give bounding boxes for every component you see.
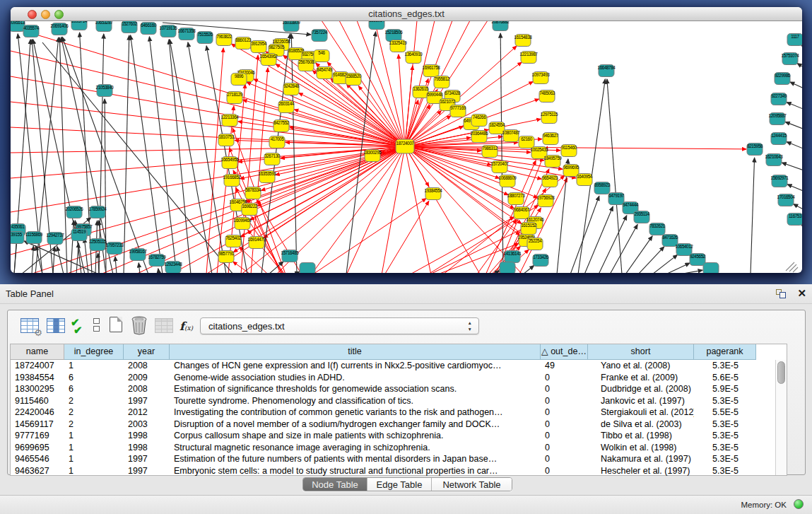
graph-node-label: 19975857	[75, 224, 93, 229]
table-browser-frame: ⚙ ✔✔	[7, 310, 806, 475]
graph-edge	[291, 34, 297, 273]
close-panel-icon[interactable]: ✕	[797, 287, 806, 300]
table-row[interactable]: 946362711997Embryonic stem cells: a mode…	[11, 465, 787, 477]
graph-node-label: 2095513	[11, 21, 25, 25]
function-builder-icon[interactable]: f(x)	[180, 320, 193, 333]
table-row[interactable]: 1938455462009Genome-wide association stu…	[11, 372, 787, 384]
table-row[interactable]: 911546021997Tourette syndrome. Phenomeno…	[11, 395, 787, 407]
cell-title: Embryonic stem cells: a model to study s…	[170, 465, 541, 477]
graph-node-label: 9777169	[450, 105, 466, 110]
graph-edge	[139, 263, 140, 273]
row-height-icon[interactable]	[93, 318, 100, 334]
delete-table-icon[interactable]	[131, 316, 148, 338]
graph-node-label: 1117	[791, 34, 799, 39]
column-header-in_degree[interactable]: in_degree	[64, 344, 124, 360]
graph-edge	[787, 103, 802, 112]
cell-out_de: 0	[541, 419, 588, 431]
cell-title: Investigating the contribution of common…	[170, 407, 541, 419]
graph-node-label: 10653287	[95, 21, 114, 25]
graph-node[interactable]	[703, 263, 719, 274]
cell-pagerank: 5.3E-5	[694, 465, 756, 477]
cell-year: 2009	[124, 372, 170, 384]
graph-node-label: 12213364	[221, 115, 240, 119]
cell-in_degree: 1	[64, 465, 124, 477]
graph-node-label: 11156869	[25, 232, 43, 237]
table-row[interactable]: 946554611997Estimation of the future num…	[11, 453, 787, 465]
column-header-short[interactable]: short	[588, 344, 694, 360]
tab-node-table[interactable]: Node Table	[303, 478, 367, 491]
table-row[interactable]: 1872400712008Changes of HCN gene express…	[11, 360, 787, 372]
graph-node-label: 2935114	[634, 211, 649, 216]
window-titlebar[interactable]: citations_edges.txt	[11, 7, 802, 21]
graph-node-label: 16648784	[598, 65, 616, 70]
table-settings-icon[interactable]: ⚙	[20, 318, 39, 333]
graph-node-label: 1588520	[346, 74, 362, 78]
table-row[interactable]: 969969511998Structural magnetic resonanc…	[11, 442, 787, 454]
graph-node-label: 20691406	[51, 23, 69, 28]
table-scrollbar[interactable]	[775, 360, 787, 475]
column-header-pagerank[interactable]: pagerank	[694, 344, 756, 360]
status-bar: Memory: OK	[0, 495, 812, 514]
table-selector-dropdown[interactable]: citations_edges.txt ▲▼	[200, 317, 479, 334]
cell-in_degree: 2	[64, 395, 124, 407]
graph-edge	[786, 262, 794, 271]
tab-edge-table[interactable]: Edge Table	[367, 478, 432, 491]
graph-edge	[789, 264, 796, 271]
graph-node-label: 16210643	[765, 154, 784, 159]
graph-node-label: 4035574	[23, 25, 40, 30]
cell-title: Structural magnetic resonance image aver…	[170, 442, 541, 454]
graph-node[interactable]	[300, 263, 315, 274]
graph-node-label: 16961758	[423, 65, 441, 70]
zoom-window-button[interactable]	[54, 10, 64, 19]
graph-edge	[801, 225, 802, 232]
cell-pagerank: 5.3E-5	[694, 442, 756, 454]
cell-year: 2012	[124, 407, 170, 419]
column-header-year[interactable]: year	[124, 344, 170, 360]
column-header-out_de[interactable]: △ out_de…	[541, 344, 588, 360]
graph-node-label: 5878334	[245, 187, 261, 192]
table-row[interactable]: 1456911722003Disruption of a novel membe…	[11, 419, 787, 431]
cell-short: Stergiakouli et al. (2012)	[588, 407, 694, 419]
graph-edge	[346, 84, 405, 146]
graph-edge	[584, 206, 613, 273]
graph-node-label: 15720407	[491, 161, 510, 166]
cell-out_de: 0	[541, 442, 588, 454]
cell-year: 1997	[124, 395, 170, 407]
tab-network-table[interactable]: Network Table	[432, 478, 512, 491]
float-panel-icon[interactable]	[776, 289, 787, 299]
graph-edge	[382, 146, 405, 273]
graph-node-label: 10688609	[499, 175, 517, 180]
graph-node-label: 1615152	[521, 223, 537, 228]
column-header-name[interactable]: name	[11, 344, 64, 360]
new-table-icon[interactable]	[110, 317, 122, 332]
graph-node[interactable]	[500, 262, 515, 274]
cell-name: 9463627	[11, 465, 64, 477]
graph-node-label: 19166852	[223, 175, 242, 180]
graph-node-label: 19958167	[129, 249, 148, 254]
graph-node-label: 8215958	[747, 144, 763, 148]
scrollbar-thumb[interactable]	[777, 361, 785, 384]
table-row[interactable]: 1830029562008Estimation of significance …	[11, 383, 787, 395]
graph-node-label: 9245652	[690, 254, 706, 259]
graph-edge	[610, 224, 637, 273]
graph-node-label: 15218506	[385, 30, 404, 35]
graph-node-label: 9684067	[514, 207, 530, 212]
graph-edge	[217, 106, 234, 273]
select-rows-icon[interactable]: ✔✔	[70, 318, 84, 335]
graph-node-label: 18495759	[544, 156, 563, 160]
column-chooser-icon[interactable]	[47, 318, 65, 333]
network-canvas[interactable]: 1872400720955134035574206914062093714106…	[11, 21, 802, 273]
column-header-title[interactable]: title	[170, 344, 541, 360]
graph-node-label: 3912954	[251, 41, 267, 46]
table-row[interactable]: 977716911998Corpus callosum shape and si…	[11, 430, 787, 442]
network-view-window[interactable]: citations_edges.txt 18724007209551340355…	[11, 7, 802, 273]
minimize-window-button[interactable]	[41, 10, 50, 19]
table-type-tabs: Node TableEdge TableNetwork Table	[302, 477, 512, 491]
cell-pagerank: 5.3E-5	[694, 430, 756, 442]
graph-node-label: 1640954	[577, 174, 593, 179]
cell-name: 9777169	[11, 430, 64, 442]
table-row[interactable]: 2242004622012Investigating the contribut…	[11, 407, 787, 419]
cell-pagerank: 5.3E-5	[694, 360, 756, 372]
close-window-button[interactable]	[28, 10, 37, 19]
graph-node-label: 13325419	[389, 40, 408, 45]
